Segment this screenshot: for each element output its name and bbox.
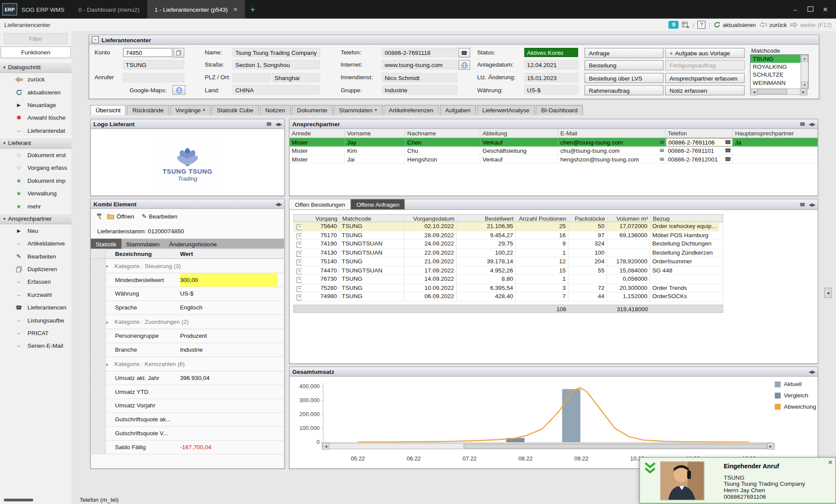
kombi-row[interactable]: Umsatz YTD [91, 385, 284, 399]
sidebar-item-artikeldatenverwaltung[interactable]: – Artikeldatenve [0, 237, 71, 250]
open-website-button[interactable] [458, 60, 470, 70]
sidebar-section-lieferant[interactable]: ▾ Lieferant [0, 137, 71, 149]
tab-stammdaten[interactable]: Stammdaten▾ [334, 105, 382, 115]
sidebar-item-pricat[interactable]: – PRICAT [0, 326, 71, 339]
kombi-row[interactable]: Branche Industrie [91, 343, 284, 357]
sidebar-item-listungsaufbereitung[interactable]: – Listungsaufbe [0, 314, 71, 326]
kombi-row[interactable]: Umsatz Vorjahr [91, 399, 284, 413]
scroll-left-icon[interactable]: ◀ [751, 88, 758, 95]
kombi-row[interactable]: Umsatz akt. Jahr 396.930,04 [91, 371, 284, 385]
tab-aenderungshistorie[interactable]: Änderungshistorie [164, 239, 222, 249]
notiz-erfassen-button[interactable]: Notiz erfassen [665, 85, 745, 95]
tab-uebersicht[interactable]: Übersicht [90, 105, 126, 115]
panel-collapse-icon[interactable]: ◀▶ [809, 202, 815, 207]
matchcode-hscrollbar[interactable]: ◀ ▶ [750, 88, 808, 95]
sidebar-item-erfassen[interactable]: – Erfassen [0, 276, 71, 288]
kombi-row[interactable]: Gutschriftsquote ak... [91, 413, 284, 427]
scroll-up-icon[interactable]: ▲ [801, 55, 808, 62]
expand-icon[interactable]: + [297, 224, 302, 230]
sidebar-section-dialogschritt[interactable]: ▾ Dialogschritt [0, 61, 71, 73]
column-header[interactable]: Bestellwert [457, 215, 517, 222]
column-header[interactable]: Vorgangsdatum [405, 215, 457, 222]
chart-hscrollbar[interactable]: ◀ ▶ [322, 443, 775, 449]
sidebar-scrollbar-thumb[interactable] [4, 499, 34, 501]
scrollbar-thumb[interactable] [758, 89, 787, 94]
collapse-right-panel-button[interactable]: ◀ [824, 288, 832, 298]
name-field[interactable]: Tsung Tsung Trading Company [233, 48, 320, 57]
matchcode-option[interactable]: TSUNG [751, 55, 802, 63]
kombi-row[interactable]: Sprache Englisch [91, 301, 284, 315]
contact-row[interactable]: Mister Jay Chen Verkauf chen@tsung-tsung… [290, 138, 818, 147]
phone-icon[interactable]: ☎ [724, 138, 731, 147]
tab-vorgaenge[interactable]: Vorgänge▾ [170, 105, 210, 115]
waehrung-field[interactable]: US-$ [525, 85, 578, 94]
matchcode-option[interactable]: ROYALKING [751, 63, 802, 71]
tab-statistik[interactable]: Statistik [91, 239, 121, 249]
column-header[interactable]: Matchcode [340, 215, 405, 222]
sidebar-item-dokument-erstellen[interactable]: ☆ Dokument erst [0, 149, 71, 161]
kombi-row[interactable]: Gutschriftsquote V... [91, 427, 284, 441]
tab-dokumente[interactable]: Dokumente [292, 105, 333, 115]
expand-icon[interactable]: + [297, 242, 302, 248]
expand-icon[interactable]: + [297, 277, 302, 283]
tab-lieferantencenter[interactable]: 1 - Lieferantencenter (p543) ✕ [147, 0, 245, 19]
tab-rueckstaende[interactable]: Rückstände [127, 105, 169, 115]
matchcode-listbox[interactable]: TSUNG ROYALKING SCHULTZE WEINMANN ▲ ▼ [750, 54, 809, 89]
edit-button[interactable]: ✎ Bearbeiten [142, 213, 177, 220]
expand-icon[interactable]: + [297, 295, 302, 300]
funktionen-button[interactable]: Funktionen [0, 46, 71, 58]
scroll-left-icon[interactable]: ◀ [322, 443, 329, 450]
envelope-icon[interactable]: ✉ [660, 147, 664, 155]
konto-input[interactable]: 74850 [123, 48, 172, 57]
scrollbar-thumb[interactable] [464, 444, 767, 449]
bestellung-button[interactable]: Bestellung [585, 60, 663, 70]
internet-field[interactable]: www.tsung-tsung.com [382, 60, 457, 69]
tab-offene-bestellungen[interactable]: Offen Bestellungen [290, 199, 351, 209]
expand-icon[interactable]: + [297, 233, 302, 239]
googlemaps-button[interactable] [173, 85, 186, 95]
phone-icon[interactable]: ☎ [724, 155, 731, 163]
panel-collapse-icon[interactable]: ◀▶ [809, 121, 815, 126]
anrufer-field[interactable] [123, 73, 184, 82]
tab-aufgaben[interactable]: Aufgaben [440, 105, 476, 115]
envelope-icon[interactable]: ✉ [660, 138, 664, 146]
column-header[interactable]: Bezug [651, 215, 723, 222]
sidebar-section-ansprechpartner[interactable]: ▾ Ansprechpartner [0, 212, 71, 224]
sidebar-item-zurueck[interactable]: zurück [0, 73, 71, 86]
column-header[interactable]: E-Mail [558, 129, 666, 138]
sidebar-item-anwahl-loeschen[interactable]: ✱ Anwahl lösche [0, 111, 71, 124]
open-button[interactable]: Öffnen [107, 212, 134, 220]
matchcode-option[interactable]: WEINMANN [751, 79, 802, 87]
tab-notizen[interactable]: Notizen [260, 105, 291, 115]
call-button[interactable]: ☎ [458, 48, 470, 57]
phone-icon[interactable]: ☎ [724, 147, 731, 155]
matchcode-option[interactable]: SCHULTZE [751, 71, 802, 79]
popup-close-icon[interactable]: ✕ [828, 459, 833, 466]
anfrage-button[interactable]: Anfrage [585, 48, 663, 58]
bestellung-lvs-button[interactable]: Bestellung über LVS [585, 73, 663, 83]
new-tab-button[interactable]: + [245, 0, 261, 19]
phone-popout-icon[interactable]: ☎ [799, 121, 806, 126]
sidebar-item-mehr[interactable]: ★ mehr [0, 200, 71, 212]
tab-bi-dashboard[interactable]: BI-Dashboard [536, 105, 583, 115]
tab-close-icon[interactable]: ✕ [233, 7, 237, 12]
tab-offene-anfragen[interactable]: Offene Anfragen [351, 199, 405, 209]
contact-row[interactable]: Mister Jai Hengshzon Verkauf hengshzon@t… [290, 155, 818, 164]
column-header[interactable]: Telefon [666, 129, 733, 138]
sidebar-item-bearbeiten[interactable]: ✎ Bearbeiten [0, 250, 71, 262]
back-button[interactable]: zurück [759, 22, 787, 28]
category-group-header[interactable]: ▴ Kategorie : Kennzahlen (6) [91, 357, 284, 371]
sidebar-item-lieferantendaten[interactable]: – Lieferantendat [0, 124, 71, 137]
sidebar-item-neuanlage[interactable]: ▶ Neuanlage [0, 98, 71, 111]
expand-icon[interactable]: + [297, 268, 302, 274]
column-header[interactable]: Volumen m³ [608, 215, 651, 222]
kombi-row[interactable]: Währung US-$ [91, 287, 284, 301]
contact-row[interactable]: Mister Kim Chu Geschäftsleitung chu@tsun… [290, 147, 818, 155]
new-record-icon[interactable] [682, 21, 690, 28]
sidebar-item-aktualisieren[interactable]: aktualisieren [0, 86, 71, 98]
sidebar-item-dokument-importieren[interactable]: ★ Dokument imp [0, 174, 71, 187]
phone-popout-icon[interactable]: ☎ [799, 202, 806, 207]
aufgabe-vorlage-button[interactable]: +Aufgabe aus Vorlage [665, 48, 745, 58]
phone-popout-icon[interactable]: ☎ [266, 121, 272, 126]
row-value[interactable]: 300,00 [180, 273, 278, 287]
